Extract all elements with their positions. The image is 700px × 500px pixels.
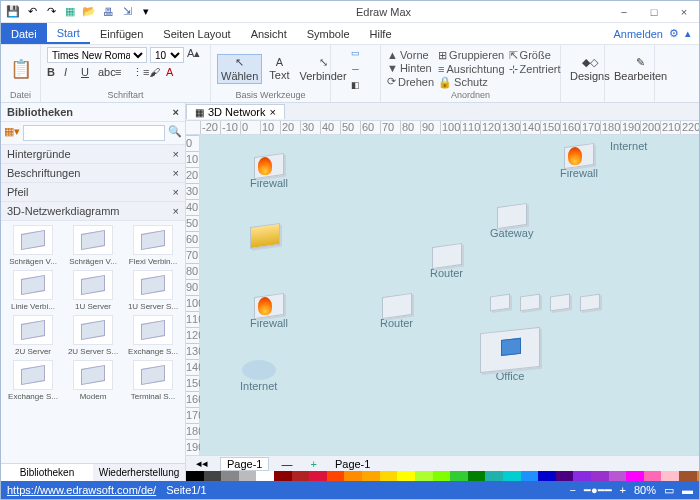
fit-width-icon[interactable]: ▬ <box>682 484 693 496</box>
ruler-horizontal: -20-100102030405060708090100110120130140… <box>186 121 700 135</box>
status-url[interactable]: https://www.edrawsoft.com/de/ <box>7 484 156 496</box>
tab-help[interactable]: Hilfe <box>360 23 402 44</box>
shape-item[interactable]: Terminal S... <box>125 360 181 401</box>
sidebar-tab-libraries[interactable]: Bibliotheken <box>1 464 93 481</box>
shape-item[interactable]: Flexi Verbin... <box>125 225 181 266</box>
document-tabs: ▦ 3D Network × ‹ <box>186 103 700 121</box>
undo-icon[interactable]: ↶ <box>24 4 40 20</box>
font-name-select[interactable]: Times New Roman <box>47 47 147 63</box>
bold-icon[interactable]: B <box>47 66 61 80</box>
zoom-value: 80% <box>634 484 656 496</box>
rotate-button[interactable]: ⟳ Drehen <box>387 75 434 88</box>
group-button[interactable]: ⊞ Gruppieren <box>438 49 505 62</box>
save-icon[interactable]: 💾 <box>5 4 21 20</box>
gear-icon[interactable]: ⚙ <box>669 27 679 40</box>
ruler-vertical: 0102030405060708090100110120130140150160… <box>186 135 200 455</box>
ribbon-group-arrange: Anordnen <box>387 90 554 100</box>
shape-item[interactable]: 2U Server S... <box>65 315 121 356</box>
zoom-in-icon[interactable]: + <box>620 484 626 496</box>
page-tab-1b[interactable]: Page-1 <box>329 458 376 470</box>
paint-icon[interactable]: 🖌 <box>149 66 163 80</box>
new-icon[interactable]: ▦ <box>62 4 78 20</box>
bullets-icon[interactable]: ⋮≡ <box>132 66 146 80</box>
bring-front-button[interactable]: ▲ Vorne <box>387 49 434 61</box>
shape-item[interactable]: 1U Server <box>65 270 121 311</box>
tab-file[interactable]: Datei <box>1 23 47 44</box>
protect-button[interactable]: 🔒 Schutz <box>438 76 505 89</box>
shape-item[interactable]: Modem <box>65 360 121 401</box>
close-tab-icon[interactable]: × <box>269 106 275 118</box>
qat-dropdown-icon[interactable]: ▾ <box>138 4 154 20</box>
canvas[interactable]: Firewall Firewall Gateway Router Router … <box>200 135 700 455</box>
text-tool[interactable]: AText <box>266 55 292 82</box>
ribbon-group-tools: Basis Werkzeuge <box>217 90 324 100</box>
tab-symbols[interactable]: Symbole <box>297 23 360 44</box>
export-icon[interactable]: ⇲ <box>119 4 135 20</box>
shape-palette: Schrägen V...Schrägen V...Flexi Verbin..… <box>1 221 185 463</box>
shape-item[interactable]: Schrägen V... <box>65 225 121 266</box>
sidebar-close-icon[interactable]: × <box>173 106 179 118</box>
sidebar-title: Bibliotheken <box>7 106 73 118</box>
center-button[interactable]: ⊹ Zentriert <box>509 63 561 76</box>
page-prev-button[interactable]: ◂◂ <box>190 457 214 470</box>
collapse-ribbon-icon[interactable]: ▴ <box>685 27 691 40</box>
sidebar-tab-restore[interactable]: Wiederherstellung <box>93 464 185 481</box>
node-label: Router <box>380 317 413 329</box>
page-add-button[interactable]: + <box>304 458 322 470</box>
grow-font-icon[interactable]: A▴ <box>187 47 201 61</box>
tab-insert[interactable]: Einfügen <box>90 23 153 44</box>
status-bar: https://www.edrawsoft.com/de/ Seite1/1 −… <box>1 481 699 499</box>
line-button[interactable]: ─ <box>349 63 361 75</box>
paste-button[interactable]: 📋 <box>7 57 35 81</box>
shadow-button[interactable]: ◧ <box>348 79 363 91</box>
strike-icon[interactable]: abc <box>98 66 112 80</box>
shape-item[interactable]: Schrägen V... <box>5 225 61 266</box>
select-tool[interactable]: ↖Wählen <box>217 54 262 84</box>
redo-icon[interactable]: ↷ <box>43 4 59 20</box>
italic-icon[interactable]: I <box>64 66 78 80</box>
align-left-icon[interactable]: ≡ <box>115 66 129 80</box>
close-button[interactable]: × <box>669 1 699 23</box>
ribbon-group-font: Schriftart <box>47 90 204 100</box>
shape-item[interactable]: Linie Verbi... <box>5 270 61 311</box>
page-tab-1[interactable]: Page-1 <box>220 457 269 471</box>
maximize-button[interactable]: □ <box>639 1 669 23</box>
tab-page-layout[interactable]: Seiten Layout <box>153 23 240 44</box>
underline-icon[interactable]: U <box>81 66 95 80</box>
tab-start[interactable]: Start <box>47 23 90 44</box>
tab-view[interactable]: Ansicht <box>241 23 297 44</box>
open-icon[interactable]: 📂 <box>81 4 97 20</box>
status-page: Seite1/1 <box>166 484 206 496</box>
shape-item[interactable]: 2U Server <box>5 315 61 356</box>
align-button[interactable]: ≡ Ausrichtung <box>438 63 505 75</box>
window-controls: − □ × <box>609 1 699 23</box>
send-back-button[interactable]: ▼ Hinten <box>387 62 434 74</box>
ribbon-group-file: Datei <box>7 90 34 100</box>
shape-item[interactable]: Exchange S... <box>125 315 181 356</box>
search-input[interactable] <box>23 125 165 141</box>
sidebar-cat-3dnetwork[interactable]: 3D-Netzwerkdiagramm× <box>1 202 185 221</box>
document-tab[interactable]: ▦ 3D Network × <box>186 104 285 119</box>
shape-item[interactable]: Exchange S... <box>5 360 61 401</box>
page-tabs: ◂◂ Page-1 ― + Page-1 <box>186 455 700 471</box>
minimize-button[interactable]: − <box>609 1 639 23</box>
library-dropdown-icon[interactable]: ▦▾ <box>4 125 20 141</box>
login-link[interactable]: Anmelden <box>613 28 663 40</box>
font-color-icon[interactable]: A <box>166 66 180 80</box>
shape-item[interactable]: 1U Server S... <box>125 270 181 311</box>
sidebar-cat-labels[interactable]: Beschriftungen× <box>1 164 185 183</box>
search-icon[interactable]: 🔍 <box>168 125 182 141</box>
sidebar-cat-arrow[interactable]: Pfeil× <box>1 183 185 202</box>
print-icon[interactable]: 🖶 <box>100 4 116 20</box>
node-label: Office <box>496 370 525 382</box>
color-bar[interactable] <box>186 471 700 481</box>
fit-page-icon[interactable]: ▭ <box>664 484 674 497</box>
edit-button[interactable]: ✎Bearbeiten <box>611 55 670 83</box>
zoom-out-icon[interactable]: − <box>569 484 575 496</box>
sidebar-cat-backgrounds[interactable]: Hintergründe× <box>1 145 185 164</box>
fill-button[interactable]: ▭ <box>348 47 363 59</box>
font-size-select[interactable]: 10 <box>150 47 184 63</box>
size-button[interactable]: ⇱ Größe <box>509 49 561 62</box>
zoom-slider[interactable]: ━●━━ <box>584 484 612 497</box>
ribbon: 📋 Datei Times New Roman 10 A▴ B I U abc … <box>1 45 699 103</box>
